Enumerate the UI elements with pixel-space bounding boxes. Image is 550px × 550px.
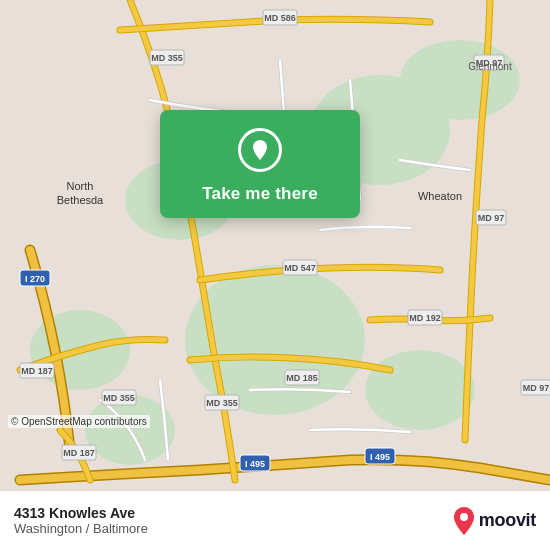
svg-text:MD 187: MD 187 xyxy=(21,366,53,376)
svg-point-43 xyxy=(460,513,468,521)
svg-text:Wheaton: Wheaton xyxy=(418,190,462,202)
svg-point-7 xyxy=(365,350,475,430)
city-text: Washington / Baltimore xyxy=(14,521,148,536)
svg-point-4 xyxy=(400,40,520,120)
svg-text:I 270: I 270 xyxy=(25,274,45,284)
address-info: 4313 Knowles Ave Washington / Baltimore xyxy=(14,505,148,536)
svg-text:Bethesda: Bethesda xyxy=(57,194,104,206)
svg-text:MD 586: MD 586 xyxy=(264,13,296,23)
svg-text:I 495: I 495 xyxy=(370,452,390,462)
svg-text:MD 97: MD 97 xyxy=(478,213,505,223)
svg-text:MD 355: MD 355 xyxy=(151,53,183,63)
svg-text:MD 192: MD 192 xyxy=(409,313,441,323)
take-me-there-button[interactable]: Take me there xyxy=(202,184,318,204)
svg-text:MD 185: MD 185 xyxy=(286,373,318,383)
svg-text:MD 97: MD 97 xyxy=(523,383,550,393)
svg-text:MD 355: MD 355 xyxy=(103,393,135,403)
svg-text:MD 355: MD 355 xyxy=(206,398,238,408)
map-container[interactable]: MD 355 MD 355 MD 355 MD 586 MD 97 MD 97 … xyxy=(0,0,550,490)
map-attribution: © OpenStreetMap contributors xyxy=(8,415,150,428)
svg-text:North: North xyxy=(67,180,94,192)
moovit-pin-icon xyxy=(453,507,475,535)
moovit-logo: moovit xyxy=(453,507,536,535)
location-pin-icon xyxy=(238,128,282,172)
svg-text:MD 547: MD 547 xyxy=(284,263,316,273)
moovit-brand-text: moovit xyxy=(479,510,536,531)
svg-text:Glenmont: Glenmont xyxy=(468,61,512,72)
location-card: Take me there xyxy=(160,110,360,218)
svg-text:I 495: I 495 xyxy=(245,459,265,469)
svg-text:MD 187: MD 187 xyxy=(63,448,95,458)
bottom-bar: 4313 Knowles Ave Washington / Baltimore … xyxy=(0,490,550,550)
address-text: 4313 Knowles Ave xyxy=(14,505,148,521)
